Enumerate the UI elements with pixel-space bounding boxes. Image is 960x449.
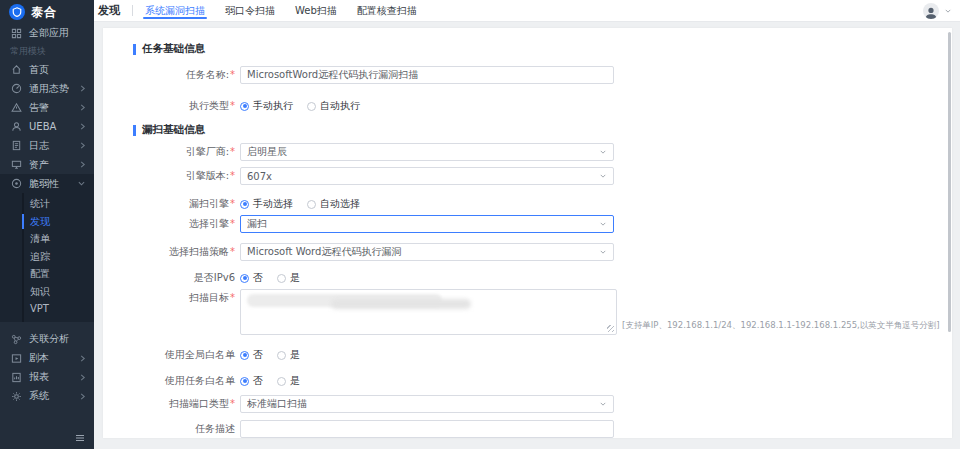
task-name-label: 任务名称:* — [103, 66, 235, 84]
sidebar-item-home[interactable]: 首页 — [0, 60, 94, 79]
radio-ipv6-no[interactable]: 否 — [240, 271, 263, 285]
radio-auto-exec[interactable]: 自动执行 — [307, 99, 360, 113]
chevron-right-icon — [79, 160, 86, 169]
engine-vendor-select[interactable]: 启明星辰 — [240, 143, 614, 161]
section-task-basic-info: 任务基础信息 — [133, 42, 205, 56]
user-avatar[interactable] — [923, 3, 939, 19]
sidebar-item-label: 报表 — [29, 370, 49, 384]
collapse-sidebar-icon[interactable] — [75, 434, 85, 442]
sidebar-item-system[interactable]: 系统 — [0, 387, 94, 406]
app-logo[interactable]: 泰合 — [0, 0, 94, 24]
tab-system-vuln-scan[interactable]: 系统漏洞扫描 — [143, 0, 207, 22]
alert-triangle-icon — [10, 102, 22, 114]
task-desc-input[interactable] — [240, 420, 614, 438]
sidebar-item-logs[interactable]: 日志 — [0, 136, 94, 155]
sidebar-item-reports[interactable]: 报表 — [0, 368, 94, 387]
port-type-label: 扫描端口类型* — [103, 395, 235, 413]
chevron-down-icon — [599, 249, 607, 255]
scan-target-hint: [支持单IP、192.168.1.1/24、192.168.1.1-192.16… — [622, 319, 940, 331]
sidebar-group-vulnerability: 脆弱性 统计 发现 清单 追踪 配置 知识 VPT — [0, 174, 94, 322]
sidebar-item-label: 脆弱性 — [29, 177, 59, 191]
sidebar-item-ueba[interactable]: UEBA — [0, 117, 94, 136]
task-name-input[interactable] — [240, 66, 614, 84]
chevron-down-icon[interactable] — [944, 8, 952, 14]
radio-global-wl-no[interactable]: 否 — [240, 348, 263, 362]
radio-circle-icon — [307, 102, 316, 111]
chevron-down-icon — [599, 401, 607, 407]
chevron-right-icon — [79, 122, 86, 131]
resize-handle[interactable] — [607, 325, 614, 332]
radio-global-wl-yes[interactable]: 是 — [277, 348, 300, 362]
network-icon — [10, 333, 22, 345]
radio-manual-select[interactable]: 手动选择 — [240, 197, 293, 211]
chevron-right-icon — [79, 354, 86, 363]
radio-dot-icon — [240, 351, 249, 360]
chevron-right-icon — [79, 141, 86, 150]
shield-icon — [9, 4, 25, 20]
sidebar-item-statistics[interactable]: 统计 — [0, 195, 94, 213]
top-navbar: 发现 系统漏洞扫描 弱口令扫描 Web扫描 配置核查扫描 — [94, 0, 960, 22]
app-name: 泰合 — [31, 4, 57, 21]
sidebar-item-tracking[interactable]: 追踪 — [0, 248, 94, 266]
radio-ipv6-yes[interactable]: 是 — [277, 271, 300, 285]
select-engine-select[interactable]: 漏扫 — [240, 215, 614, 233]
sidebar-item-configuration[interactable]: 配置 — [0, 265, 94, 283]
divider — [132, 5, 133, 16]
section-accent-bar — [133, 44, 136, 55]
sidebar-item-playbook[interactable]: 剧本 — [0, 349, 94, 368]
playbook-icon — [10, 352, 22, 364]
radio-auto-select[interactable]: 自动选择 — [307, 197, 360, 211]
scan-policy-label: 选择扫描策略* — [103, 243, 235, 261]
sidebar-item-assets[interactable]: 资产 — [0, 155, 94, 174]
tab-config-check-scan[interactable]: 配置核查扫描 — [355, 0, 419, 22]
page-title: 发现 — [98, 3, 120, 18]
chevron-down-icon — [599, 173, 607, 179]
document-icon — [10, 140, 22, 152]
grid-icon — [10, 27, 22, 39]
sidebar-item-situation[interactable]: 通用态势 — [0, 79, 94, 98]
sidebar-item-label: 系统 — [29, 389, 49, 403]
sidebar-item-vpt[interactable]: VPT — [0, 300, 94, 318]
radio-dot-icon — [240, 377, 249, 386]
sidebar-item-label: 资产 — [29, 158, 49, 172]
sidebar-item-label: 通用态势 — [29, 82, 69, 96]
scan-policy-select[interactable]: Microsoft Word远程代码执行漏洞 — [240, 243, 614, 261]
vertical-scrollbar[interactable] — [948, 32, 951, 332]
engine-vendor-label: 引擎厂商:* — [103, 143, 235, 161]
port-type-select[interactable]: 标准端口扫描 — [240, 395, 614, 413]
radio-circle-icon — [307, 200, 316, 209]
section-scan-basic-info: 漏扫基础信息 — [133, 123, 205, 137]
radio-manual-exec[interactable]: 手动执行 — [240, 99, 293, 113]
sidebar-item-label: 告警 — [29, 101, 49, 115]
engine-mode-label: 漏扫引擎* — [103, 195, 235, 213]
user-chart-icon — [10, 121, 22, 133]
chevron-right-icon — [79, 103, 86, 112]
scan-target-textarea[interactable] — [240, 289, 617, 335]
global-whitelist-label: 使用全局白名单 — [103, 346, 235, 364]
sidebar-item-label: 全部应用 — [29, 26, 69, 40]
sidebar-item-label: 日志 — [29, 139, 49, 153]
tab-web-scan[interactable]: Web扫描 — [293, 0, 339, 22]
redacted-content — [331, 299, 471, 309]
radio-task-wl-yes[interactable]: 是 — [277, 374, 300, 388]
scan-target-label: 扫描目标* — [103, 289, 235, 307]
section-accent-bar — [133, 125, 136, 136]
radio-circle-icon — [277, 351, 286, 360]
sidebar-item-vulnerability[interactable]: 脆弱性 — [0, 174, 94, 193]
sidebar-item-correlation-analysis[interactable]: 关联分析 — [0, 330, 94, 349]
sidebar-item-inventory[interactable]: 清单 — [0, 230, 94, 248]
tab-weak-password-scan[interactable]: 弱口令扫描 — [223, 0, 277, 22]
sidebar-item-discovery[interactable]: 发现 — [0, 213, 94, 231]
sidebar-item-all-apps[interactable]: 全部应用 — [0, 24, 94, 42]
engine-version-label: 引擎版本:* — [103, 167, 235, 185]
radio-dot-icon — [240, 102, 249, 111]
radio-dot-icon — [240, 200, 249, 209]
engine-version-select[interactable]: 607x — [240, 167, 614, 185]
scan-form-card: 任务基础信息 任务名称:* 执行类型* 手动执行 自动执行 漏扫基础信息 引擎厂… — [103, 28, 952, 438]
sidebar-item-alerts[interactable]: 告警 — [0, 98, 94, 117]
sidebar-section-label: 常用模块 — [0, 42, 94, 60]
radio-task-wl-no[interactable]: 否 — [240, 374, 263, 388]
form-row-scan-target: 扫描目标* [支持单IP、192.168.1.1/24、192.168.1.1-… — [103, 289, 952, 335]
target-icon — [10, 178, 22, 190]
sidebar-item-knowledge[interactable]: 知识 — [0, 283, 94, 301]
